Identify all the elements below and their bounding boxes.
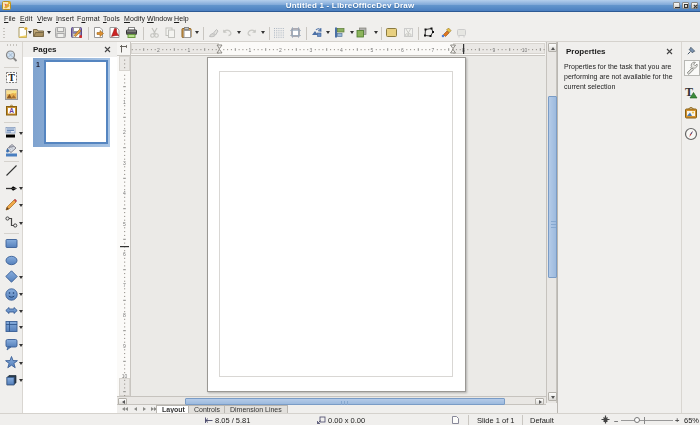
svg-text:10: 10	[522, 47, 528, 53]
svg-text:5: 5	[371, 47, 374, 53]
svg-text:1: 1	[249, 47, 252, 53]
svg-text:1: 1	[123, 99, 126, 105]
svg-text:10: 10	[122, 373, 128, 379]
svg-text:4: 4	[340, 47, 343, 53]
svg-text:6: 6	[123, 251, 126, 257]
svg-text:6: 6	[401, 47, 404, 53]
svg-text:1: 1	[188, 47, 191, 53]
svg-text:2: 2	[157, 47, 160, 53]
svg-text:3: 3	[310, 47, 313, 53]
svg-text:8: 8	[123, 312, 126, 318]
svg-text:9: 9	[123, 343, 126, 349]
svg-text:5: 5	[123, 221, 126, 227]
svg-text:2: 2	[279, 47, 282, 53]
svg-text:9: 9	[493, 47, 496, 53]
svg-text:2: 2	[123, 129, 126, 135]
svg-text:T: T	[8, 72, 15, 83]
svg-text:7: 7	[432, 47, 435, 53]
svg-text:7: 7	[123, 282, 126, 288]
svg-text:3: 3	[123, 160, 126, 166]
svg-text:4: 4	[123, 190, 126, 196]
svg-text:A: A	[9, 107, 14, 114]
